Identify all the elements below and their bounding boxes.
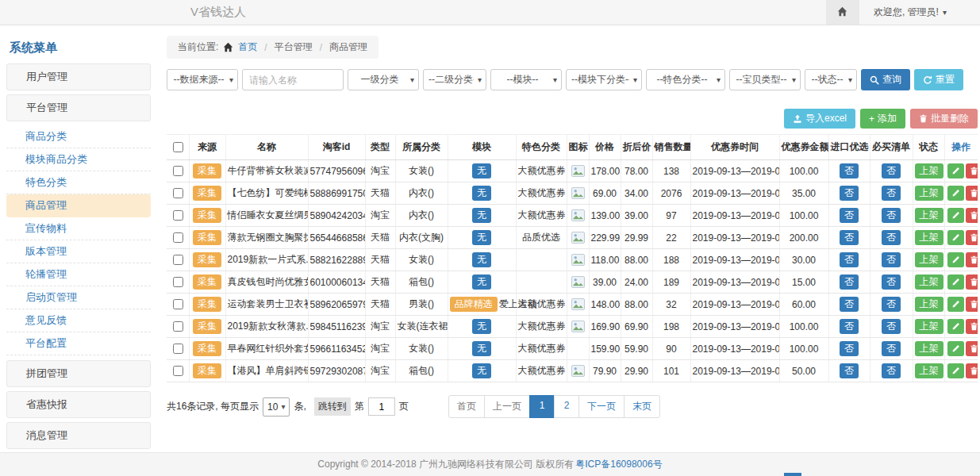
edit-button[interactable] <box>947 274 964 290</box>
filter-select[interactable]: --模块--▾ <box>490 69 562 90</box>
edit-button[interactable] <box>947 297 964 312</box>
status-badge[interactable]: 上架 <box>915 319 943 334</box>
row-checkbox[interactable] <box>173 188 183 198</box>
row-checkbox[interactable] <box>173 344 183 354</box>
edit-button[interactable] <box>947 163 964 178</box>
row-checkbox[interactable] <box>173 299 183 309</box>
edit-button[interactable] <box>947 208 964 223</box>
status-badge[interactable]: 上架 <box>915 208 943 223</box>
reset-button[interactable]: 重置 <box>914 69 963 90</box>
delete-button[interactable] <box>966 297 978 312</box>
must-buy-badge[interactable]: 否 <box>882 341 901 356</box>
home-button[interactable] <box>826 0 859 25</box>
sidebar-item-sub[interactable]: 特色分类 <box>6 171 151 194</box>
delete-button[interactable] <box>966 186 978 201</box>
filter-select[interactable]: 一级分类▾ <box>348 69 419 90</box>
row-checkbox[interactable] <box>173 366 183 376</box>
icp-link[interactable]: 粤ICP备16098006号 <box>575 458 662 471</box>
pager-button[interactable]: 下一页 <box>578 395 625 418</box>
sidebar-item-group[interactable]: 平台管理 <box>6 94 151 121</box>
edit-button[interactable] <box>947 341 964 356</box>
filter-select[interactable]: --宝贝类型--▾ <box>729 69 801 90</box>
row-checkbox[interactable] <box>173 321 183 332</box>
must-buy-badge[interactable]: 否 <box>882 274 901 290</box>
pager-button[interactable]: 2 <box>554 395 579 418</box>
sidebar-item-sub[interactable]: 启动页管理 <box>6 286 151 309</box>
row-checkbox[interactable] <box>173 277 183 287</box>
import-select-badge[interactable]: 否 <box>840 274 859 290</box>
edit-button[interactable] <box>947 186 964 201</box>
status-badge[interactable]: 上架 <box>915 363 943 378</box>
status-badge[interactable]: 上架 <box>915 230 943 245</box>
filter-select[interactable]: --数据来源--▾ <box>167 69 238 90</box>
sidebar-item-sub[interactable]: 宣传物料 <box>6 217 151 240</box>
edit-button[interactable] <box>947 252 964 267</box>
sidebar-item-group[interactable]: 用户管理 <box>6 63 151 90</box>
sidebar-item-group[interactable]: 拼团管理 <box>6 360 151 387</box>
import-excel-button[interactable]: 导入excel <box>784 109 855 129</box>
status-badge[interactable]: 上架 <box>915 274 943 290</box>
batch-delete-button[interactable]: 批量删除 <box>910 109 978 129</box>
delete-button[interactable] <box>966 208 978 223</box>
status-badge[interactable]: 上架 <box>915 163 943 178</box>
sidebar-item-sub[interactable]: 商品分类 <box>6 125 151 148</box>
sidebar-item-group[interactable]: 消息管理 <box>6 422 151 449</box>
pager-button[interactable]: 1 <box>529 395 555 418</box>
jump-page-input[interactable] <box>368 397 395 416</box>
sidebar-item-sub[interactable]: 商品管理 <box>6 194 151 217</box>
edit-button[interactable] <box>947 230 964 245</box>
user-menu[interactable]: 欢迎您, 管理员! ▾ <box>859 6 980 19</box>
status-badge[interactable]: 上架 <box>915 186 943 201</box>
delete-button[interactable] <box>966 341 978 356</box>
filter-select[interactable]: --二级分类--▾ <box>423 69 486 90</box>
must-buy-badge[interactable]: 否 <box>882 297 901 312</box>
sidebar-item-sub[interactable]: 轮播管理 <box>6 263 151 286</box>
delete-button[interactable] <box>966 319 978 334</box>
delete-button[interactable] <box>966 230 978 245</box>
import-select-badge[interactable]: 否 <box>840 319 859 334</box>
row-checkbox[interactable] <box>173 255 183 265</box>
must-buy-badge[interactable]: 否 <box>882 252 901 267</box>
status-badge[interactable]: 上架 <box>915 252 943 267</box>
delete-button[interactable] <box>966 252 978 267</box>
pager-button[interactable]: 上一页 <box>484 395 530 418</box>
delete-button[interactable] <box>966 163 978 178</box>
status-badge[interactable]: 上架 <box>915 341 943 356</box>
status-badge[interactable]: 上架 <box>915 297 943 312</box>
page-size-select[interactable]: 10 ▾ <box>263 397 290 416</box>
pager-button[interactable]: 末页 <box>624 395 660 418</box>
sidebar-item-sub[interactable]: 平台配置 <box>6 332 151 355</box>
import-select-badge[interactable]: 否 <box>840 186 859 201</box>
add-button[interactable]: + 添加 <box>860 109 905 129</box>
import-select-badge[interactable]: 否 <box>840 230 859 245</box>
import-select-badge[interactable]: 否 <box>840 252 859 267</box>
must-buy-badge[interactable]: 否 <box>882 208 901 223</box>
pager-button[interactable]: 首页 <box>448 395 485 418</box>
must-buy-badge[interactable]: 否 <box>882 186 901 201</box>
row-checkbox[interactable] <box>173 210 183 221</box>
edit-button[interactable] <box>947 363 964 378</box>
import-select-badge[interactable]: 否 <box>840 363 859 378</box>
delete-button[interactable] <box>966 274 978 290</box>
must-buy-badge[interactable]: 否 <box>882 319 901 334</box>
select-all-checkbox[interactable] <box>173 142 183 152</box>
must-buy-badge[interactable]: 否 <box>882 163 901 178</box>
filter-select[interactable]: --模块下分类--▾ <box>566 69 642 90</box>
import-select-badge[interactable]: 否 <box>840 297 859 312</box>
import-select-badge[interactable]: 否 <box>840 163 859 178</box>
name-search-input[interactable] <box>242 69 344 90</box>
edit-button[interactable] <box>947 319 964 334</box>
must-buy-badge[interactable]: 否 <box>882 230 901 245</box>
sidebar-item-sub[interactable]: 意见反馈 <box>6 309 151 332</box>
filter-select[interactable]: --特色分类--▾ <box>646 69 725 90</box>
import-select-badge[interactable]: 否 <box>840 208 859 223</box>
must-buy-badge[interactable]: 否 <box>882 363 901 378</box>
filter-select[interactable]: --状态--▾ <box>805 69 857 90</box>
sidebar-item-group[interactable]: 省惠快报 <box>6 391 151 418</box>
row-checkbox[interactable] <box>173 166 183 176</box>
import-select-badge[interactable]: 否 <box>840 341 859 356</box>
row-checkbox[interactable] <box>173 232 183 243</box>
sidebar-item-sub[interactable]: 版本管理 <box>6 240 151 263</box>
breadcrumb-home-link[interactable]: 首页 <box>238 40 257 54</box>
search-button[interactable]: 查询 <box>861 69 910 90</box>
